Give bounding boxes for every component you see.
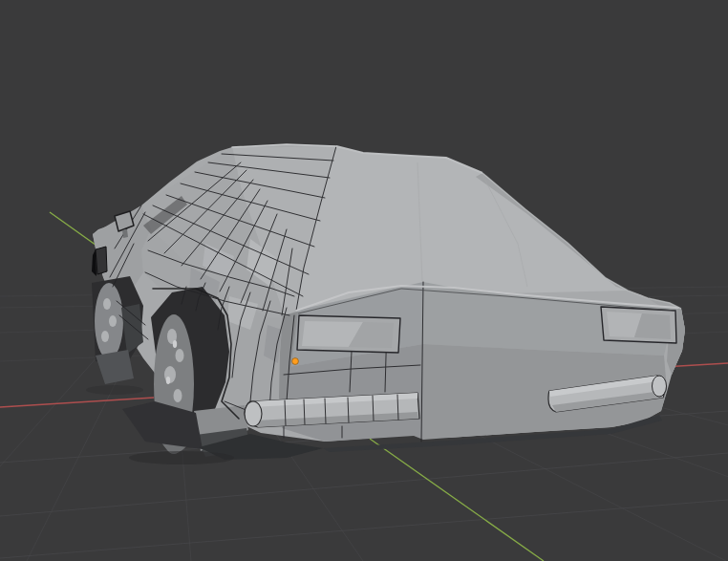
tail-light-right[interactable] — [601, 307, 676, 343]
viewport-canvas[interactable] — [0, 0, 728, 561]
viewport-3d[interactable] — [0, 0, 728, 561]
active-vertex[interactable] — [292, 358, 299, 365]
tail-light-left[interactable] — [297, 315, 400, 353]
